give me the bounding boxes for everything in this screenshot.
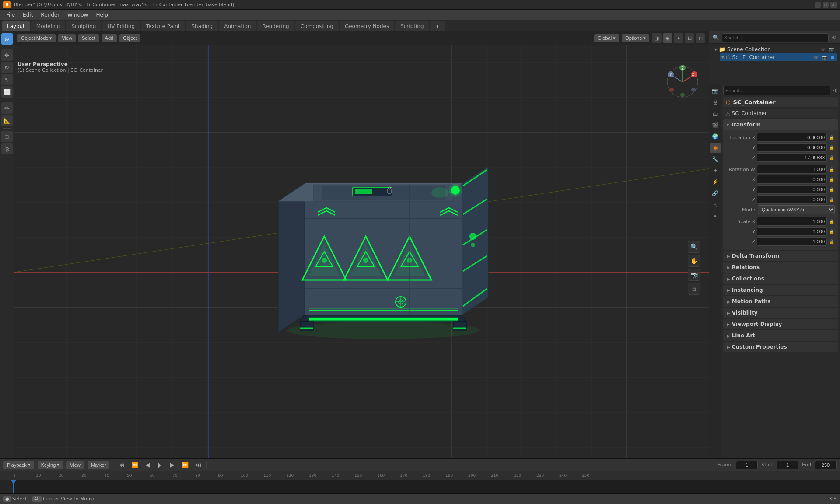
tab-shading[interactable]: Shading xyxy=(186,21,218,31)
transform-section-header[interactable]: ▾ Transform xyxy=(723,119,838,130)
global-transform[interactable]: Global▾ xyxy=(594,34,619,42)
tool-measure[interactable]: 📐 xyxy=(1,115,13,126)
object-mode-dropdown[interactable]: Object Mode ▾ xyxy=(18,34,56,42)
tool-move[interactable]: ✥ xyxy=(1,49,13,61)
close-button[interactable]: ✕ xyxy=(830,2,836,8)
viewport-overlay-toggle[interactable]: ⊞ xyxy=(685,33,694,43)
rotation-z-lock[interactable]: 🔒 xyxy=(829,197,835,202)
camera-icon[interactable]: 📷 xyxy=(829,47,835,52)
timeline-play[interactable]: ⏵ xyxy=(155,460,165,469)
timeline-ruler[interactable]: 1 10 20 30 40 50 60 70 80 90 100 110 120… xyxy=(0,471,840,494)
tab-animation[interactable]: Animation xyxy=(219,21,256,31)
rotation-mode-select[interactable]: Quaternion (WXYZ) XYZ Euler Axis Angle xyxy=(758,205,835,214)
menu-window[interactable]: Window xyxy=(64,11,91,19)
menu-edit[interactable]: Edit xyxy=(19,11,36,19)
object-name[interactable]: SC_Container xyxy=(733,99,775,105)
eye-icon[interactable]: 👁 xyxy=(821,47,826,52)
options-btn[interactable]: Options▾ xyxy=(622,34,649,42)
scale-y-lock[interactable]: 🔒 xyxy=(829,229,835,234)
scale-z-lock[interactable]: 🔒 xyxy=(829,239,835,244)
menu-render[interactable]: Render xyxy=(37,11,63,19)
line-art-header[interactable]: ▶ Line Art xyxy=(723,330,838,341)
collections-header[interactable]: ▶ Collections xyxy=(723,273,838,284)
outliner-item-scene-collection[interactable]: ▾ 📁 Scene Collection 👁 📷 xyxy=(713,46,836,53)
view-menu[interactable]: View xyxy=(58,34,76,42)
relations-header[interactable]: ▶ Relations xyxy=(723,262,838,273)
current-frame-input[interactable] xyxy=(736,461,758,469)
viewport-camera[interactable]: 📷 xyxy=(688,269,700,281)
props-scene-tab[interactable]: 🎬 xyxy=(710,120,721,130)
props-data-tab[interactable]: △ xyxy=(710,200,721,210)
viewport-area[interactable]: Object Mode ▾ View Select Add Object Glo… xyxy=(14,32,709,458)
props-object-tab[interactable]: ◉ xyxy=(710,143,721,153)
object-options-btn[interactable]: ⋮ xyxy=(830,99,836,105)
viewport-xray-toggle[interactable]: ◻ xyxy=(696,33,705,43)
location-y-input[interactable] xyxy=(757,143,827,152)
props-world-tab[interactable]: 🌍 xyxy=(710,131,721,142)
tab-compositing[interactable]: Compositing xyxy=(295,21,339,31)
location-z-input[interactable] xyxy=(757,153,827,162)
viewport-pan[interactable]: ✋ xyxy=(688,255,700,267)
rotation-x-input[interactable] xyxy=(757,175,827,184)
outliner-search-input[interactable] xyxy=(722,33,829,42)
tool-annotate[interactable]: ✏ xyxy=(1,102,13,114)
keying-menu[interactable]: Keying▾ xyxy=(38,461,63,469)
timeline-jump-start[interactable]: ⏮ xyxy=(117,461,126,469)
tool-cursor[interactable]: ⊕ xyxy=(1,33,13,45)
props-view-layer-tab[interactable]: 🗂 xyxy=(710,108,721,119)
select-menu[interactable]: Select xyxy=(78,34,99,42)
add-menu[interactable]: Add xyxy=(102,34,117,42)
props-constraint-tab[interactable]: 🔗 xyxy=(710,188,721,199)
object-filter-icon[interactable]: ◼ xyxy=(831,55,835,60)
tab-sculpting[interactable]: Sculpting xyxy=(66,21,101,31)
tab-scripting[interactable]: Scripting xyxy=(395,21,429,31)
visibility-header[interactable]: ▶ Visibility xyxy=(723,308,838,318)
timeline-prev-keyframe[interactable]: ◀ xyxy=(144,461,151,469)
viewport-display-header[interactable]: ▶ Viewport Display xyxy=(723,319,838,329)
viewport-shading-solid[interactable]: ◨ xyxy=(652,33,662,43)
end-frame-input[interactable] xyxy=(815,461,836,469)
scale-z-input[interactable] xyxy=(757,237,827,246)
rotation-x-lock[interactable]: 🔒 xyxy=(829,177,835,182)
rotation-y-input[interactable] xyxy=(757,185,827,194)
props-output-tab[interactable]: 🖨 xyxy=(710,97,721,108)
timeline-next-frame[interactable]: ⏩ xyxy=(180,461,190,469)
timeline-prev-frame[interactable]: ⏪ xyxy=(130,461,140,469)
props-modifier-tab[interactable]: 🔧 xyxy=(710,154,721,164)
custom-properties-header[interactable]: ▶ Custom Properties xyxy=(723,342,838,352)
props-search-input[interactable] xyxy=(723,86,830,95)
tool-rotate[interactable]: ↻ xyxy=(1,62,13,73)
tool-transform[interactable]: ⬜ xyxy=(1,86,13,98)
viewport-view-all[interactable]: ⧈ xyxy=(688,283,700,295)
tab-geometry-nodes[interactable]: Geometry Nodes xyxy=(340,21,394,31)
tab-layout[interactable]: Layout xyxy=(2,21,30,31)
object-menu[interactable]: Object xyxy=(119,34,140,42)
rotation-y-lock[interactable]: 🔒 xyxy=(829,187,835,192)
viewport-zoom-in[interactable]: 🔍 xyxy=(688,241,700,253)
object-data-name[interactable]: SC_Container xyxy=(732,110,767,116)
props-material-tab[interactable]: ● xyxy=(710,211,721,221)
maximize-button[interactable]: □ xyxy=(822,2,829,8)
tab-modeling[interactable]: Modeling xyxy=(31,21,66,31)
timeline-next-keyframe[interactable]: ▶ xyxy=(168,461,176,469)
viewport-shading-material[interactable]: ◉ xyxy=(663,33,672,43)
menu-help[interactable]: Help xyxy=(92,11,111,19)
props-filter-btn[interactable]: ⫷ xyxy=(832,87,838,94)
location-x-input[interactable] xyxy=(757,133,827,142)
outliner-item-sci-fi-container[interactable]: ▾ ⬡ Sci_Fi_Container 👁 📷 ◼ xyxy=(720,53,836,61)
menu-file[interactable]: File xyxy=(3,11,18,19)
rotation-w-lock[interactable]: 🔒 xyxy=(829,167,835,172)
props-physics-tab[interactable]: ⚡ xyxy=(710,177,721,187)
playback-menu[interactable]: Playback▾ xyxy=(4,461,34,469)
location-x-lock[interactable]: 🔒 xyxy=(829,135,835,140)
rotation-z-input[interactable] xyxy=(757,195,827,204)
start-frame-input[interactable] xyxy=(777,461,798,469)
tool-add-cube[interactable]: □ xyxy=(1,131,13,142)
instancing-header[interactable]: ▶ Instancing xyxy=(723,285,838,295)
tool-origin[interactable]: ◎ xyxy=(1,143,13,154)
outliner-filter-icon[interactable]: ⫷ xyxy=(831,35,836,41)
viewport-3d[interactable]: User Perspective (1) Scene Collection | … xyxy=(14,45,709,458)
motion-paths-header[interactable]: ▶ Motion Paths xyxy=(723,296,838,307)
minimize-button[interactable]: ─ xyxy=(815,2,821,8)
object-camera-icon[interactable]: 📷 xyxy=(822,55,828,60)
